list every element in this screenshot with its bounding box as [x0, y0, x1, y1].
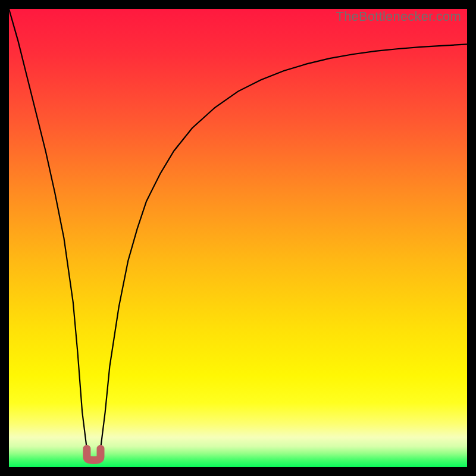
bottleneck-curve [9, 9, 467, 462]
optimal-marker [87, 449, 101, 460]
chart-curves [9, 9, 467, 467]
outer-border: TheBottlenecker.com [0, 0, 476, 476]
plot-area: TheBottlenecker.com [9, 9, 467, 467]
watermark-text: TheBottlenecker.com [336, 9, 461, 24]
